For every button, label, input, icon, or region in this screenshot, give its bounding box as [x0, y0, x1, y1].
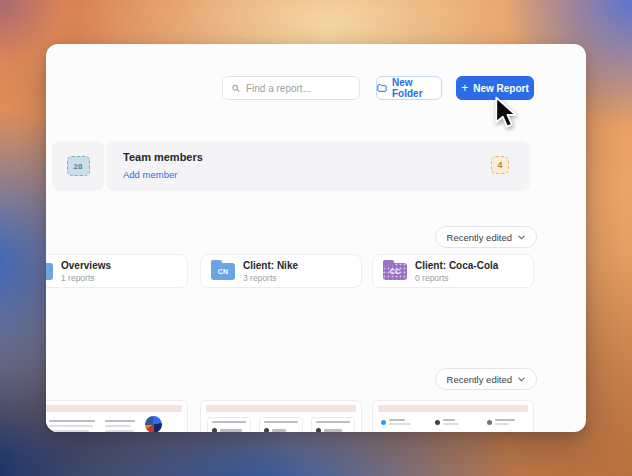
mini-metric-card: [311, 417, 355, 432]
thumbnail-header-strip: [46, 405, 182, 412]
folder-title: Client: Nike: [243, 260, 298, 271]
mouse-cursor: [494, 96, 518, 130]
member-count-badge: 4: [491, 156, 509, 174]
mini-table: [105, 417, 137, 432]
search-input[interactable]: [246, 83, 350, 94]
mini-metric: [435, 419, 459, 425]
search-icon: [232, 84, 240, 93]
team-members-title: Team members: [123, 151, 203, 163]
chevron-down-icon: [518, 235, 525, 240]
chevron-down-icon: [518, 377, 525, 382]
new-folder-label: New Folder: [392, 77, 441, 99]
folder-icon: CC: [383, 263, 407, 280]
new-folder-button[interactable]: New Folder: [376, 76, 442, 100]
report-thumbnail[interactable]: [200, 400, 362, 432]
report-thumbnail[interactable]: [372, 400, 534, 432]
folder-title: Client: Coca-Cola: [415, 260, 498, 271]
folders-sort-label: Recently edited: [447, 232, 512, 243]
folder-card-overviews[interactable]: Overviews 1 reports: [46, 254, 188, 288]
mini-metric-card: [259, 417, 303, 432]
folder-icon: CN: [211, 263, 235, 280]
reports-sort-label: Recently edited: [447, 374, 512, 385]
folder-card-nike[interactable]: CN Client: Nike 3 reports: [200, 254, 362, 288]
report-search[interactable]: [222, 76, 360, 100]
folders-sort-dropdown[interactable]: Recently edited: [435, 226, 537, 248]
folder-card-coca-cola[interactable]: CC Client: Coca-Cola 0 reports: [372, 254, 534, 288]
thumbnail-header-strip: [378, 405, 528, 412]
folder-subtitle: 0 reports: [415, 273, 498, 283]
thumbnail-header-strip: [206, 405, 356, 412]
plus-icon: +: [461, 82, 468, 94]
folder-subtitle: 1 reports: [61, 273, 111, 283]
folder-title: Overviews: [61, 260, 111, 271]
mini-pie-chart: [145, 416, 162, 432]
mini-metric: [381, 419, 411, 425]
mini-metric: [487, 419, 515, 425]
new-report-label: New Report: [473, 83, 529, 94]
team-avatar-badge: 28: [67, 156, 90, 176]
report-thumbnail[interactable]: [46, 400, 188, 432]
mini-metric-card: [207, 417, 251, 432]
team-members-banner: Team members Add member 4: [106, 141, 530, 191]
team-side-card[interactable]: 28: [52, 141, 104, 191]
folder-icon: [377, 83, 387, 93]
reports-sort-dropdown[interactable]: Recently edited: [435, 368, 537, 390]
folder-subtitle: 3 reports: [243, 273, 298, 283]
add-member-link[interactable]: Add member: [123, 169, 177, 180]
folder-icon: [46, 263, 53, 280]
mini-table: [49, 417, 97, 432]
